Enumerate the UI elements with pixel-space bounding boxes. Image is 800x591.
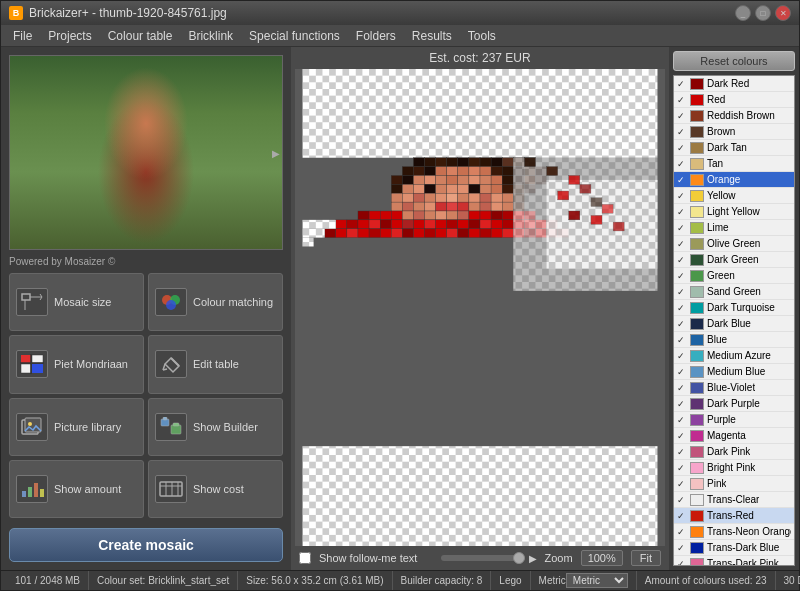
color-item[interactable]: ✓Medium Azure bbox=[674, 348, 794, 364]
piet-mondriaan-label: Piet Mondriaan bbox=[54, 358, 128, 370]
color-item[interactable]: ✓Light Yellow bbox=[674, 204, 794, 220]
color-checkbox: ✓ bbox=[677, 367, 687, 377]
color-item[interactable]: ✓Sand Green bbox=[674, 284, 794, 300]
color-swatch bbox=[690, 238, 704, 250]
color-item[interactable]: ✓Lime bbox=[674, 220, 794, 236]
color-item[interactable]: ✓Red bbox=[674, 92, 794, 108]
svg-rect-105 bbox=[425, 202, 436, 211]
color-item[interactable]: ✓Dark Green bbox=[674, 252, 794, 268]
color-name: Purple bbox=[707, 414, 736, 425]
menu-bricklink[interactable]: Bricklink bbox=[180, 27, 241, 45]
svg-rect-184 bbox=[613, 222, 624, 231]
color-item[interactable]: ✓Green bbox=[674, 268, 794, 284]
color-item[interactable]: ✓Bright Pink bbox=[674, 460, 794, 476]
center-panel: Est. cost: 237 EUR bbox=[291, 47, 669, 570]
zoom-bar: Show follow-me text ▶ Zoom 100% Fit bbox=[291, 546, 669, 570]
color-swatch bbox=[690, 286, 704, 298]
create-mosaic-button[interactable]: Create mosaic bbox=[9, 528, 283, 562]
color-item[interactable]: ✓Dark Pink bbox=[674, 444, 794, 460]
piet-mondriaan-button[interactable]: Piet Mondriaan bbox=[9, 335, 144, 393]
color-item[interactable]: ✓Trans-Dark Blue bbox=[674, 540, 794, 556]
picture-library-button[interactable]: Picture library bbox=[9, 398, 144, 456]
svg-rect-43 bbox=[458, 158, 469, 167]
menu-projects[interactable]: Projects bbox=[40, 27, 99, 45]
color-item[interactable]: ✓Trans-Neon Orange bbox=[674, 524, 794, 540]
show-amount-button[interactable]: Show amount bbox=[9, 460, 144, 518]
svg-rect-137 bbox=[413, 220, 424, 229]
svg-rect-135 bbox=[391, 220, 402, 229]
reset-colours-button[interactable]: Reset colours bbox=[673, 51, 795, 71]
color-swatch bbox=[690, 126, 704, 138]
color-name: Medium Azure bbox=[707, 350, 771, 361]
color-item[interactable]: ✓Orange bbox=[674, 172, 794, 188]
menu-file[interactable]: File bbox=[5, 27, 40, 45]
menu-colour-table[interactable]: Colour table bbox=[100, 27, 181, 45]
svg-rect-112 bbox=[502, 202, 513, 211]
color-item[interactable]: ✓Magenta bbox=[674, 428, 794, 444]
color-item[interactable]: ✓Reddish Brown bbox=[674, 108, 794, 124]
svg-rect-136 bbox=[402, 220, 413, 229]
color-checkbox: ✓ bbox=[677, 143, 687, 153]
maximize-button[interactable]: □ bbox=[755, 5, 771, 21]
svg-rect-166 bbox=[502, 229, 513, 238]
svg-rect-45 bbox=[480, 158, 491, 167]
scroll-right-arrow[interactable]: ▶ bbox=[272, 147, 280, 158]
color-checkbox: ✓ bbox=[677, 255, 687, 265]
mosaic-area[interactable] bbox=[295, 69, 665, 546]
svg-rect-132 bbox=[358, 220, 369, 229]
color-item[interactable]: ✓Trans-Clear bbox=[674, 492, 794, 508]
colour-matching-button[interactable]: Colour matching bbox=[148, 273, 283, 331]
color-item[interactable]: ✓Olive Green bbox=[674, 236, 794, 252]
color-item[interactable]: ✓Trans-Red bbox=[674, 508, 794, 524]
color-item[interactable]: ✓Blue bbox=[674, 332, 794, 348]
close-button[interactable]: ✕ bbox=[775, 5, 791, 21]
color-item[interactable]: ✓Pink bbox=[674, 476, 794, 492]
menu-folders[interactable]: Folders bbox=[348, 27, 404, 45]
color-item[interactable]: ✓Trans-Dark Pink bbox=[674, 556, 794, 566]
svg-rect-111 bbox=[491, 202, 502, 211]
svg-rect-155 bbox=[380, 229, 391, 238]
show-builder-button[interactable]: Show Builder bbox=[148, 398, 283, 456]
svg-rect-186 bbox=[303, 229, 325, 238]
svg-rect-99 bbox=[491, 193, 502, 202]
svg-rect-157 bbox=[402, 229, 413, 238]
color-checkbox: ✓ bbox=[677, 431, 687, 441]
color-item[interactable]: ✓Medium Blue bbox=[674, 364, 794, 380]
svg-rect-82 bbox=[447, 184, 458, 193]
svg-rect-9 bbox=[32, 355, 43, 363]
svg-rect-68 bbox=[447, 175, 458, 184]
zoom-percent-button[interactable]: 100% bbox=[581, 550, 623, 566]
menu-special-functions[interactable]: Special functions bbox=[241, 27, 348, 45]
color-item[interactable]: ✓Dark Tan bbox=[674, 140, 794, 156]
svg-rect-29 bbox=[160, 482, 182, 496]
zoom-slider[interactable] bbox=[441, 555, 521, 561]
mosaic-size-button[interactable]: Mosaic size bbox=[9, 273, 144, 331]
minimize-button[interactable]: _ bbox=[735, 5, 751, 21]
follow-me-checkbox[interactable] bbox=[299, 552, 311, 564]
color-item[interactable]: ✓Purple bbox=[674, 412, 794, 428]
color-item[interactable]: ✓Yellow bbox=[674, 188, 794, 204]
edit-table-button[interactable]: Edit table bbox=[148, 335, 283, 393]
color-swatch bbox=[690, 206, 704, 218]
color-name: Dark Tan bbox=[707, 142, 747, 153]
svg-rect-140 bbox=[447, 220, 458, 229]
color-item[interactable]: ✓Tan bbox=[674, 156, 794, 172]
metric-dropdown[interactable]: Metric Imperial bbox=[566, 573, 628, 588]
show-cost-button[interactable]: Show cost bbox=[148, 460, 283, 518]
color-item[interactable]: ✓Dark Red bbox=[674, 76, 794, 92]
color-item[interactable]: ✓Brown bbox=[674, 124, 794, 140]
menu-tools[interactable]: Tools bbox=[460, 27, 504, 45]
svg-rect-41 bbox=[436, 158, 447, 167]
mosaic-canvas bbox=[295, 69, 665, 546]
color-item[interactable]: ✓Blue-Violet bbox=[674, 380, 794, 396]
color-swatch bbox=[690, 478, 704, 490]
svg-rect-134 bbox=[380, 220, 391, 229]
svg-rect-53 bbox=[436, 167, 447, 176]
svg-rect-81 bbox=[436, 184, 447, 193]
menu-results[interactable]: Results bbox=[404, 27, 460, 45]
color-item[interactable]: ✓Dark Blue bbox=[674, 316, 794, 332]
color-name: Trans-Dark Blue bbox=[707, 542, 779, 553]
color-item[interactable]: ✓Dark Purple bbox=[674, 396, 794, 412]
fit-button[interactable]: Fit bbox=[631, 550, 661, 566]
color-item[interactable]: ✓Dark Turquoise bbox=[674, 300, 794, 316]
